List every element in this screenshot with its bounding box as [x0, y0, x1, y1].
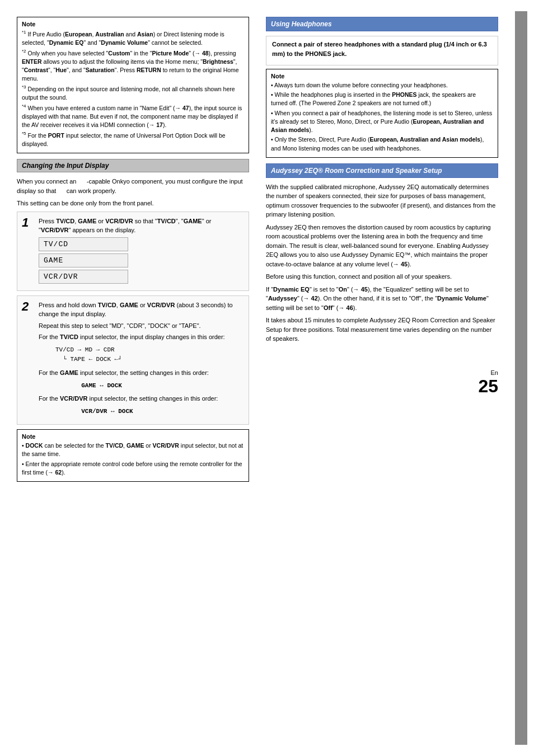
side-tab	[515, 11, 527, 745]
note-box-bottom: Note • DOCK can be selected for the TV/C…	[17, 429, 249, 482]
note-box-top: Note *1 If Pure Audio (European, Austral…	[17, 17, 249, 153]
audyssey-p3: Before using this function, connect and …	[266, 272, 498, 281]
lcd-display-game: GAME	[39, 253, 128, 267]
step-2-p3: For the GAME input selector, the setting…	[39, 368, 244, 378]
lcd-display-tvcd: TV/CD	[39, 237, 128, 251]
page-number-area: En 25	[266, 347, 498, 397]
audyssey-p4: If "Dynamic EQ" is set to "On" (→ 45), t…	[266, 285, 498, 313]
step-2-number: 2	[22, 300, 33, 420]
headphones-intro-box: Connect a pair of stereo headphones with…	[266, 36, 498, 65]
arrow-diagram-game: GAME ↔ DOCK	[55, 381, 244, 391]
step-2-p4: For the VCR/DVR input selector, the sett…	[39, 394, 244, 403]
page-number: 25	[266, 376, 498, 397]
step-1-instruction: Press TV/CD, GAME or VCR/DVR so that "TV…	[39, 217, 244, 235]
step-1: 1 Press TV/CD, GAME or VCR/DVR so that "…	[17, 212, 249, 291]
section-header-headphones: Using Headphones	[266, 17, 498, 31]
step-2: 2 Press and hold down TV/CD, GAME or VCR…	[17, 295, 249, 425]
left-column: Note *1 If Pure Audio (European, Austral…	[0, 11, 257, 745]
section-header-audyssey: Audyssey 2EQ® Room Correction and Speake…	[266, 163, 498, 178]
audyssey-p5: It takes about 15 minutes to complete Au…	[266, 316, 498, 344]
note-bottom-2: • Enter the appropriate remote control c…	[22, 460, 244, 477]
headphones-note-4: • Only the Stereo, Direct, Pure Audio (E…	[271, 135, 493, 152]
step-2-p1: Repeat this step to select "MD", "CDR", …	[39, 321, 244, 331]
note-label-bottom: Note	[22, 433, 244, 440]
note-item-2: *2 Only when you have selected "Custom" …	[22, 48, 244, 83]
step-1-number: 1	[22, 217, 33, 286]
arrow-diagram-tvcd: TV/CD → MD → CDR └ TAPE ← DOCK ←┘	[55, 345, 244, 365]
note-label-headphones: Note	[271, 73, 493, 79]
note-item-5: *5 For the PORT input selector, the name…	[22, 130, 244, 148]
audyssey-p2: Audyssey 2EQ then removes the distortion…	[266, 223, 498, 269]
step-2-instruction: Press and hold down TV/CD, GAME or VCR/D…	[39, 300, 244, 319]
note-label-top: Note	[22, 21, 244, 27]
step-2-content: Press and hold down TV/CD, GAME or VCR/D…	[39, 300, 244, 420]
lcd-display-vcrdvr: VCR/DVR	[39, 270, 128, 284]
note-box-headphones: Note • Always turn down the volume befor…	[266, 69, 498, 158]
right-column: Using Headphones Connect a pair of stere…	[257, 11, 515, 745]
intro-p2: This setting can be done only from the f…	[17, 199, 249, 208]
audyssey-p1: With the supplied calibrated microphone,…	[266, 182, 498, 219]
note-item-1: *1 If Pure Audio (European, Australian a…	[22, 29, 244, 47]
headphones-note-1: • Always turn down the volume before con…	[271, 81, 493, 90]
step-2-p2: For the TV/CD input selector, the input …	[39, 332, 244, 342]
section-header-input-display: Changing the Input Display	[17, 159, 249, 172]
intro-p1: When you connect an -capable Onkyo compo…	[17, 177, 249, 195]
note-bottom-1: • DOCK can be selected for the TV/CD, GA…	[22, 442, 244, 458]
note-item-3: *3 Depending on the input source and lis…	[22, 84, 244, 102]
page-number-prefix: En	[266, 369, 498, 376]
headphones-intro-text: Connect a pair of stereo headphones with…	[272, 40, 492, 58]
headphones-note-2: • While the headphones plug is inserted …	[271, 91, 493, 107]
step-1-content: Press TV/CD, GAME or VCR/DVR so that "TV…	[39, 217, 244, 286]
note-item-4: *4 When you have entered a custom name i…	[22, 103, 244, 129]
headphones-note-3: • When you connect a pair of headphones,…	[271, 109, 493, 135]
arrow-diagram-vcrdvr: VCR/DVR ↔ DOCK	[55, 407, 244, 417]
